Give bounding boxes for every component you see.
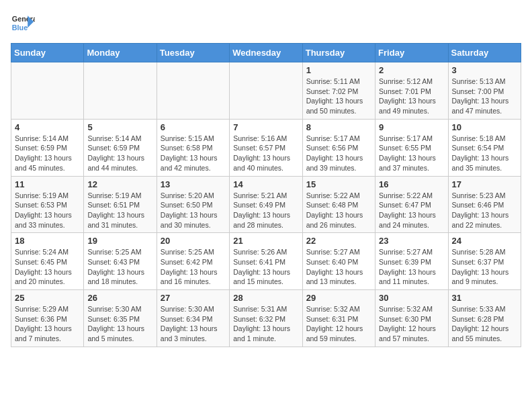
day-info: Sunrise: 5:12 AMSunset: 7:01 PMDaylight:…	[379, 77, 444, 116]
svg-text:Blue: Blue	[12, 24, 28, 32]
day-info: Sunrise: 5:14 AMSunset: 6:59 PMDaylight:…	[87, 134, 152, 173]
day-info: Sunrise: 5:18 AMSunset: 6:54 PMDaylight:…	[452, 134, 517, 173]
calendar-cell: 9Sunrise: 5:17 AMSunset: 6:55 PMDaylight…	[375, 119, 448, 176]
day-number: 5	[87, 122, 152, 132]
calendar-cell: 5Sunrise: 5:14 AMSunset: 6:59 PMDaylight…	[84, 119, 157, 176]
calendar-cell: 6Sunrise: 5:15 AMSunset: 6:58 PMDaylight…	[157, 119, 229, 176]
calendar-week-3: 11Sunrise: 5:19 AMSunset: 6:53 PMDayligh…	[11, 176, 521, 233]
day-number: 11	[15, 179, 80, 189]
calendar-cell: 31Sunrise: 5:33 AMSunset: 6:28 PMDayligh…	[448, 290, 521, 347]
day-number: 22	[306, 236, 371, 246]
day-number: 8	[306, 122, 371, 132]
calendar-cell: 8Sunrise: 5:17 AMSunset: 6:56 PMDaylight…	[302, 119, 375, 176]
day-info: Sunrise: 5:22 AMSunset: 6:47 PMDaylight:…	[379, 191, 444, 230]
calendar-cell: 21Sunrise: 5:26 AMSunset: 6:41 PMDayligh…	[230, 233, 302, 290]
logo-icon: General Blue	[11, 11, 35, 35]
day-info: Sunrise: 5:14 AMSunset: 6:59 PMDaylight:…	[15, 134, 80, 173]
calendar-cell: 16Sunrise: 5:22 AMSunset: 6:47 PMDayligh…	[375, 176, 448, 233]
day-number: 26	[87, 293, 152, 303]
day-info: Sunrise: 5:19 AMSunset: 6:51 PMDaylight:…	[87, 191, 152, 230]
day-info: Sunrise: 5:17 AMSunset: 6:55 PMDaylight:…	[379, 134, 444, 173]
day-number: 27	[161, 293, 226, 303]
day-number: 3	[452, 65, 517, 75]
calendar-cell: 26Sunrise: 5:30 AMSunset: 6:35 PMDayligh…	[84, 290, 157, 347]
day-number: 19	[87, 236, 152, 246]
day-info: Sunrise: 5:33 AMSunset: 6:28 PMDaylight:…	[452, 304, 517, 344]
day-info: Sunrise: 5:20 AMSunset: 6:50 PMDaylight:…	[161, 191, 226, 230]
day-info: Sunrise: 5:29 AMSunset: 6:36 PMDaylight:…	[15, 304, 80, 344]
day-info: Sunrise: 5:19 AMSunset: 6:53 PMDaylight:…	[15, 191, 80, 230]
calendar-cell: 7Sunrise: 5:16 AMSunset: 6:57 PMDaylight…	[230, 119, 302, 176]
day-number: 4	[15, 122, 80, 132]
header-sunday: Sunday	[11, 44, 84, 62]
day-number: 2	[379, 65, 444, 75]
day-info: Sunrise: 5:32 AMSunset: 6:31 PMDaylight:…	[306, 304, 371, 344]
calendar-cell: 28Sunrise: 5:31 AMSunset: 6:32 PMDayligh…	[230, 290, 302, 347]
header-friday: Friday	[375, 44, 448, 62]
day-number: 9	[379, 122, 444, 132]
day-number: 1	[306, 65, 371, 75]
day-number: 16	[379, 179, 444, 189]
calendar-cell: 15Sunrise: 5:22 AMSunset: 6:48 PMDayligh…	[302, 176, 375, 233]
calendar-week-4: 18Sunrise: 5:24 AMSunset: 6:45 PMDayligh…	[11, 233, 521, 290]
calendar-week-2: 4Sunrise: 5:14 AMSunset: 6:59 PMDaylight…	[11, 119, 521, 176]
day-number: 13	[161, 179, 226, 189]
calendar-cell	[84, 62, 157, 120]
day-number: 20	[161, 236, 226, 246]
calendar-cell	[230, 62, 302, 120]
page-header: General Blue	[11, 11, 521, 35]
day-info: Sunrise: 5:13 AMSunset: 7:00 PMDaylight:…	[452, 77, 517, 116]
day-info: Sunrise: 5:30 AMSunset: 6:35 PMDaylight:…	[87, 304, 152, 344]
calendar-cell: 22Sunrise: 5:27 AMSunset: 6:40 PMDayligh…	[302, 233, 375, 290]
day-info: Sunrise: 5:21 AMSunset: 6:49 PMDaylight:…	[233, 191, 298, 230]
day-info: Sunrise: 5:25 AMSunset: 6:42 PMDaylight:…	[161, 247, 226, 287]
logo: General Blue	[11, 11, 39, 35]
day-number: 10	[452, 122, 517, 132]
day-number: 7	[233, 122, 298, 132]
day-info: Sunrise: 5:22 AMSunset: 6:48 PMDaylight:…	[306, 191, 371, 230]
day-number: 28	[233, 293, 298, 303]
calendar-cell: 23Sunrise: 5:27 AMSunset: 6:39 PMDayligh…	[375, 233, 448, 290]
header-monday: Monday	[84, 44, 157, 62]
calendar-cell: 25Sunrise: 5:29 AMSunset: 6:36 PMDayligh…	[11, 290, 84, 347]
day-number: 21	[233, 236, 298, 246]
day-number: 25	[15, 293, 80, 303]
calendar-cell: 14Sunrise: 5:21 AMSunset: 6:49 PMDayligh…	[230, 176, 302, 233]
calendar-cell: 4Sunrise: 5:14 AMSunset: 6:59 PMDaylight…	[11, 119, 84, 176]
calendar-cell: 20Sunrise: 5:25 AMSunset: 6:42 PMDayligh…	[157, 233, 229, 290]
day-number: 12	[87, 179, 152, 189]
day-info: Sunrise: 5:15 AMSunset: 6:58 PMDaylight:…	[161, 134, 226, 173]
day-info: Sunrise: 5:24 AMSunset: 6:45 PMDaylight:…	[15, 247, 80, 287]
calendar-cell: 19Sunrise: 5:25 AMSunset: 6:43 PMDayligh…	[84, 233, 157, 290]
day-number: 15	[306, 179, 371, 189]
day-info: Sunrise: 5:23 AMSunset: 6:46 PMDaylight:…	[452, 191, 517, 230]
calendar-cell: 12Sunrise: 5:19 AMSunset: 6:51 PMDayligh…	[84, 176, 157, 233]
day-info: Sunrise: 5:27 AMSunset: 6:40 PMDaylight:…	[306, 247, 371, 287]
calendar-cell: 24Sunrise: 5:28 AMSunset: 6:37 PMDayligh…	[448, 233, 521, 290]
day-number: 30	[379, 293, 444, 303]
day-info: Sunrise: 5:25 AMSunset: 6:43 PMDaylight:…	[87, 247, 152, 287]
day-number: 18	[15, 236, 80, 246]
calendar-table: SundayMondayTuesdayWednesdayThursdayFrid…	[11, 43, 521, 347]
day-info: Sunrise: 5:16 AMSunset: 6:57 PMDaylight:…	[233, 134, 298, 173]
calendar-cell: 1Sunrise: 5:11 AMSunset: 7:02 PMDaylight…	[302, 62, 375, 120]
day-info: Sunrise: 5:11 AMSunset: 7:02 PMDaylight:…	[306, 77, 371, 116]
calendar-cell: 13Sunrise: 5:20 AMSunset: 6:50 PMDayligh…	[157, 176, 229, 233]
header-thursday: Thursday	[302, 44, 375, 62]
day-number: 6	[161, 122, 226, 132]
calendar-cell: 30Sunrise: 5:32 AMSunset: 6:30 PMDayligh…	[375, 290, 448, 347]
calendar-cell	[157, 62, 229, 120]
day-info: Sunrise: 5:28 AMSunset: 6:37 PMDaylight:…	[452, 247, 517, 287]
header-wednesday: Wednesday	[230, 44, 302, 62]
day-number: 14	[233, 179, 298, 189]
day-number: 29	[306, 293, 371, 303]
calendar-cell	[11, 62, 84, 120]
calendar-cell: 18Sunrise: 5:24 AMSunset: 6:45 PMDayligh…	[11, 233, 84, 290]
calendar-cell: 10Sunrise: 5:18 AMSunset: 6:54 PMDayligh…	[448, 119, 521, 176]
day-info: Sunrise: 5:27 AMSunset: 6:39 PMDaylight:…	[379, 247, 444, 287]
header-tuesday: Tuesday	[157, 44, 229, 62]
calendar-cell: 3Sunrise: 5:13 AMSunset: 7:00 PMDaylight…	[448, 62, 521, 120]
day-info: Sunrise: 5:17 AMSunset: 6:56 PMDaylight:…	[306, 134, 371, 173]
day-info: Sunrise: 5:32 AMSunset: 6:30 PMDaylight:…	[379, 304, 444, 344]
calendar-cell: 29Sunrise: 5:32 AMSunset: 6:31 PMDayligh…	[302, 290, 375, 347]
